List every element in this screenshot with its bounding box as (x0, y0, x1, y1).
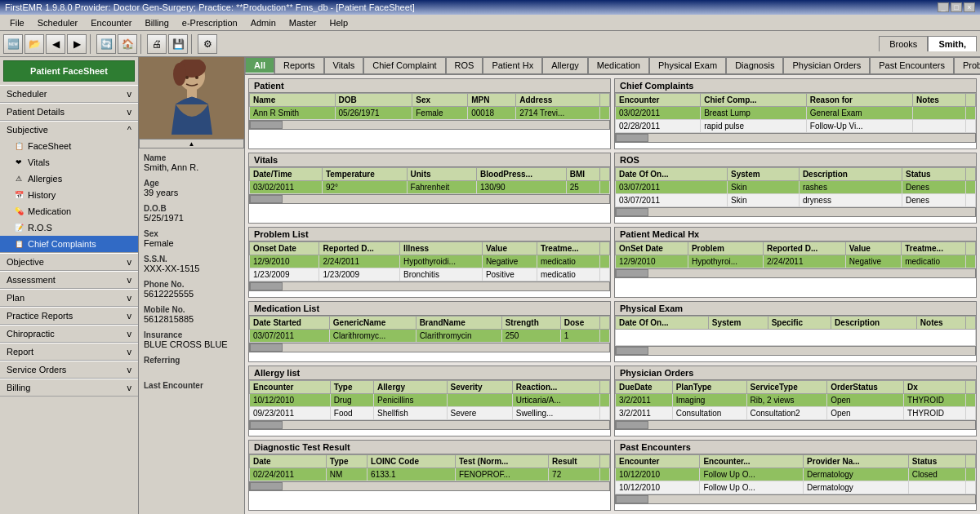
table-row[interactable]: 09/23/2011 Food Shellfish Severe Swellin… (250, 407, 610, 420)
sidebar-header-assessment[interactable]: Assessment v (0, 271, 138, 288)
sidebar-header-chiropractic[interactable]: Chiropractic v (0, 325, 138, 342)
sidebar-header-plan[interactable]: Plan v (0, 289, 138, 306)
ros-scrollbar[interactable] (615, 207, 976, 217)
scroll-up-btn[interactable]: ▲ (139, 139, 244, 148)
table-row[interactable]: 03/07/2011 Skin dryness Denes (616, 194, 976, 207)
user-tab-smith[interactable]: Smith, (928, 36, 977, 51)
tab-medication[interactable]: Medication (588, 57, 649, 73)
menu-billing[interactable]: Billing (138, 16, 175, 29)
sidebar-header-service-orders[interactable]: Service Orders v (0, 361, 138, 378)
tab-vitals[interactable]: Vitals (324, 57, 364, 73)
pl-scrollbar[interactable] (249, 281, 610, 291)
patient-facesheet-button[interactable]: Patient FaceSheet (3, 60, 135, 82)
sidebar-item-ros[interactable]: 📝 R.O.S (0, 219, 138, 236)
toolbar-print[interactable]: 🖨 (147, 34, 167, 54)
toolbar-home[interactable]: 🏠 (118, 34, 137, 54)
pmh-scrollbar[interactable] (615, 268, 976, 278)
tab-diagnosis[interactable]: Diagnosis (726, 57, 783, 73)
menu-help[interactable]: Help (323, 16, 354, 29)
sidebar-header-report[interactable]: Report v (0, 343, 138, 360)
tab-problem-list[interactable]: Problem List (954, 57, 980, 73)
table-row[interactable]: 12/9/2010 Hypothyroi... 2/24/2011 Negati… (616, 255, 976, 268)
al-scrollbar[interactable] (249, 420, 610, 430)
scrollbar-thumb6[interactable] (616, 269, 648, 277)
table-row[interactable]: 03/02/2011 Breast Lump General Exam (616, 107, 976, 120)
sidebar-header-scheduler[interactable]: Scheduler v (0, 85, 138, 102)
scrollbar-thumb5[interactable] (250, 282, 283, 290)
table-row[interactable]: 02/24/2011 NM 6133.1 FENOPROF... 72 (250, 468, 610, 481)
menu-encounter[interactable]: Encounter (84, 16, 138, 29)
tab-chief-complaint[interactable]: Chief Complaint (363, 57, 445, 73)
table-row[interactable]: 12/9/2010 2/24/2011 Hypothyroidi... Nega… (250, 255, 610, 268)
tab-allergy[interactable]: Allergy (542, 57, 588, 73)
toolbar-refresh[interactable]: 🔄 (96, 34, 116, 54)
dt-scrollbar[interactable] (249, 481, 610, 491)
med-scrollbar[interactable] (249, 343, 610, 352)
maximize-btn[interactable]: □ (951, 2, 962, 12)
sidebar-item-allergies[interactable]: ⚠ Allergies (0, 171, 138, 187)
table-row[interactable]: 3/2/2011 Imaging Rib, 2 views Open THYRO… (616, 394, 976, 407)
menu-admin[interactable]: Admin (244, 16, 283, 29)
scrollbar-thumb10[interactable] (616, 421, 648, 429)
sidebar-item-history[interactable]: 📅 History (0, 187, 138, 203)
close-btn[interactable]: × (964, 2, 975, 12)
menu-master[interactable]: Master (283, 16, 323, 29)
pe2-scrollbar[interactable] (615, 494, 976, 504)
table-row[interactable]: Ann R Smith 05/26/1971 Female 00018 2714… (250, 107, 610, 120)
table-row[interactable]: 03/02/2011 92° Fahrenheit 130/90 25 (250, 181, 610, 194)
table-row[interactable]: 03/07/2011 Skin rashes Denes (616, 181, 976, 194)
toolbar-open[interactable]: 📂 (24, 34, 44, 54)
toolbar-save[interactable]: 💾 (168, 34, 188, 54)
tab-all[interactable]: All (245, 57, 274, 73)
table-row[interactable]: 10/12/2010 Follow Up O... Dermatology (616, 481, 976, 494)
table-row[interactable]: 1/23/2009 1/23/2009 Bronchitis Positive … (250, 268, 610, 281)
scrollbar-thumb9[interactable] (250, 421, 283, 429)
menu-scheduler[interactable]: Scheduler (31, 16, 85, 29)
scrollbar-thumb11[interactable] (250, 482, 283, 490)
table-row[interactable]: 02/28/2011 rapid pulse Follow-Up Vi... (616, 120, 976, 133)
sidebar-item-chief-complaints[interactable]: 📋 Chief Complaints (0, 236, 138, 252)
pe-scrollbar[interactable] (615, 346, 976, 356)
tab-ros[interactable]: ROS (446, 57, 483, 73)
sidebar-item-facesheet[interactable]: 📋 FaceSheet (0, 138, 138, 154)
scrollbar-thumb7[interactable] (250, 343, 283, 352)
scrollbar-thumb2[interactable] (616, 134, 648, 142)
toolbar-forward[interactable]: ▶ (67, 34, 87, 54)
scrollbar-thumb4[interactable] (616, 208, 648, 216)
user-tab-brooks[interactable]: Brooks (879, 36, 928, 51)
sidebar-header-objective[interactable]: Objective v (0, 253, 138, 270)
table-row[interactable]: 10/12/2010 Follow Up O... Dermatology Cl… (616, 468, 976, 481)
tab-physical-exam[interactable]: Physical Exam (649, 57, 726, 73)
vitals-scrollbar[interactable] (249, 194, 610, 204)
scrollbar-thumb12[interactable] (616, 495, 648, 503)
scrollbar-thumb8[interactable] (616, 347, 648, 355)
patient-ssn-field: S.S.N. XXX-XX-1515 (139, 250, 244, 275)
sidebar-header-billing[interactable]: Billing v (0, 379, 138, 396)
table-row[interactable] (616, 330, 976, 346)
table-row[interactable]: 3/2/2011 Consultation Consultation2 Open… (616, 407, 976, 420)
sidebar-item-vitals[interactable]: ❤ Vitals (0, 154, 138, 171)
tab-past-encounters[interactable]: Past Encounters (870, 57, 954, 73)
po-scrollbar[interactable] (615, 420, 976, 430)
toolbar-settings[interactable]: ⚙ (198, 34, 217, 54)
toolbar-new[interactable]: 🆕 (3, 34, 23, 54)
chief-scrollbar[interactable] (615, 133, 976, 143)
scroll-col-v (600, 168, 610, 181)
sidebar-header-patient-details[interactable]: Patient Details v (0, 103, 138, 120)
minimize-btn[interactable]: _ (938, 2, 949, 12)
tab-reports[interactable]: Reports (274, 57, 324, 73)
physical-exam-section: Physical Exam Date Of On... System Speci… (614, 301, 977, 362)
patient-scrollbar[interactable] (249, 120, 610, 130)
toolbar-back[interactable]: ◀ (46, 34, 65, 54)
menu-file[interactable]: File (3, 16, 31, 29)
sidebar-item-medication[interactable]: 💊 Medication (0, 203, 138, 219)
table-row[interactable]: 03/07/2011 Clarithromyc... Clarithromyci… (250, 330, 610, 343)
menu-eprescription[interactable]: e-Prescription (176, 16, 244, 29)
table-row[interactable]: 10/12/2010 Drug Penicillins Urticaria/A.… (250, 394, 610, 407)
tab-patient-hx[interactable]: Patient Hx (483, 57, 542, 73)
tab-physician-orders[interactable]: Physician Orders (783, 57, 870, 73)
sidebar-header-practice-reports[interactable]: Practice Reports v (0, 307, 138, 324)
sidebar-header-subjective[interactable]: Subjective ^ (0, 121, 138, 138)
scrollbar-thumb[interactable] (250, 121, 283, 129)
scrollbar-thumb3[interactable] (250, 195, 283, 203)
